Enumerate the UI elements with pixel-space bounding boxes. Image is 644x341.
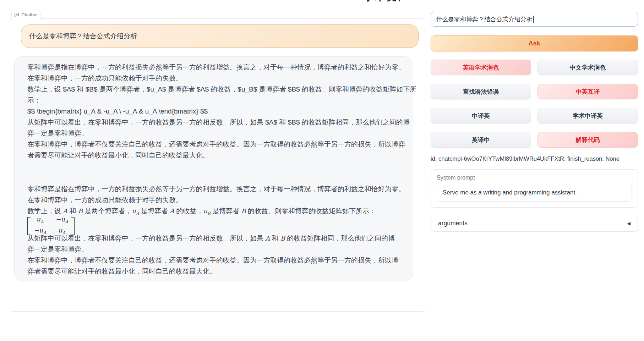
quick-button-english-polish[interactable]: 英语学术润色 (431, 60, 531, 75)
system-prompt-group: System prompt Serve me as a writing and … (431, 169, 638, 208)
bot-final-paragraph: 在零和博弈中，博弈者不仅要关注自己的收益，还需要考虑对手的收益。因为一方取得的收… (27, 255, 400, 277)
bot-message-line: 在零和博弈中，一方的成功只能依赖于对手的失败。 (27, 194, 400, 205)
quick-button-chinese-polish[interactable]: 中文学术润色 (537, 60, 638, 75)
bot-message-line: 在零和博弈中，博弈者不仅要关注自己的收益，还需要考虑对手的收益。因为一方取得的收… (27, 139, 400, 150)
bot-message-line: 从矩阵中可以看出，在零和博弈中，一方的收益是另一方的相反数。所以，如果 $A$ … (27, 117, 400, 128)
matrix-entries: uA−uA−uAuA (31, 217, 71, 235)
system-prompt-input[interactable]: Serve me as a writing and programming as… (437, 184, 632, 202)
matrix-cell: −uA (55, 215, 68, 226)
bot-message-line: 示： (27, 95, 400, 106)
bot-math-intro-line: 数学上，设 A 和 B 是两个博弈者，uA 是博弈者 A 的收益，uB 是博弈者… (27, 205, 400, 219)
bmatrix: uA−uA−uAuA (27, 217, 75, 235)
question-input[interactable]: 什么是零和博弈？结合公式介绍分析 (431, 12, 638, 27)
control-column: 什么是零和博弈？结合公式介绍分析 Ask 英语学术润色 中文学术润色 查找语法错… (431, 12, 638, 232)
accordion-collapse-icon: ◀ (627, 221, 631, 226)
matrix-right-bracket (71, 217, 75, 235)
bot-raw-markdown-block: 零和博弈是指在博弈中，一方的利益损失必然等于另一方的利益增益。换言之，对于每一种… (27, 62, 400, 161)
question-input-value: 什么是零和博弈？结合公式介绍分析 (436, 15, 533, 23)
bot-message-bubble: 零和博弈是指在博弈中，一方的利益损失必然等于另一方的利益增益。换言之，对于每一种… (14, 56, 413, 281)
text-caret (533, 16, 534, 23)
ask-button[interactable]: Ask (431, 35, 638, 51)
bot-message-line: 零和博弈是指在博弈中，一方的利益损失必然等于另一方的利益增益。换言之，对于每一种… (27, 62, 400, 73)
chatbot-label-tab: Chatbot (11, 10, 40, 19)
bot-message-line: 者需要尽可能让对手的收益最小化，同时自己的收益最大化。 (27, 150, 400, 161)
bot-rendered-block: 零和博弈是指在博弈中，一方的利益损失必然等于另一方的利益增益。换言之，对于每一种… (27, 183, 400, 277)
quick-button-explain-code[interactable]: 解释代码 (537, 132, 638, 148)
quick-button-academic-zh-to-en[interactable]: 学术中译英 (537, 108, 638, 123)
quick-action-grid: 英语学术润色 中文学术润色 查找语法错误 中英互译 中译英 学术中译英 英译中 … (431, 60, 638, 148)
chatbot-label: Chatbot (21, 12, 38, 17)
app-root: ChatGPT 学术优化 Chatbot 什么是零和博弈？结合公式介绍分析 零和… (0, 0, 644, 341)
bot-message-line: $$ \begin{bmatrix} u_A & -u_A \ -u_A & u… (27, 106, 400, 117)
quick-button-zh-to-en[interactable]: 中译英 (431, 108, 531, 123)
quick-button-zh-en-mutual-translate[interactable]: 中英互译 (537, 84, 638, 99)
user-message-text: 什么是零和博弈？结合公式介绍分析 (29, 32, 137, 41)
bot-message-line: 数学上，设 $A$ 和 $B$ 是两个博弈者，$u_A$ 是博弈者 $A$ 的收… (27, 84, 400, 95)
system-prompt-label: System prompt (437, 175, 632, 181)
quick-button-find-grammar-errors[interactable]: 查找语法错误 (431, 84, 531, 99)
arguments-accordion[interactable]: arguments ◀ (431, 215, 638, 232)
user-message-bubble: 什么是零和博弈？结合公式介绍分析 (21, 24, 419, 48)
status-line: id: chatcmpl-6wOo7KrYTwMl89lbrMWRu4UkFFX… (431, 155, 638, 162)
bot-message-line: 弈一定是零和博弈。 (27, 128, 400, 139)
left-column-top-border (8, 9, 425, 9)
matrix-cell: uA (34, 215, 46, 226)
accordion-label: arguments (438, 220, 468, 227)
bot-message-line: 零和博弈是指在博弈中，一方的利益损失必然等于另一方的利益增益。换言之，对于每一种… (27, 183, 400, 194)
quick-button-en-to-zh[interactable]: 英译中 (431, 132, 531, 148)
bot-rendered-intro: 零和博弈是指在博弈中，一方的利益损失必然等于另一方的利益增益。换言之，对于每一种… (27, 183, 400, 205)
chat-bubble-icon (14, 12, 19, 17)
payoff-matrix: uA−uA−uAuA (27, 219, 400, 233)
chatbot-panel: 什么是零和博弈？结合公式介绍分析 零和博弈是指在博弈中，一方的利益损失必然等于另… (10, 18, 425, 312)
page-title: ChatGPT 学术优化 (312, 0, 401, 2)
page-title-clipped: ChatGPT 学术优化 (312, 0, 401, 2)
bot-conclusion-paragraph: 从矩阵中可以看出，在零和博弈中，一方的收益是另一方的相反数。所以，如果 A 和 … (27, 233, 400, 255)
bot-message-line: 在零和博弈中，一方的成功只能依赖于对手的失败。 (27, 73, 400, 84)
matrix-left-bracket (27, 217, 31, 235)
